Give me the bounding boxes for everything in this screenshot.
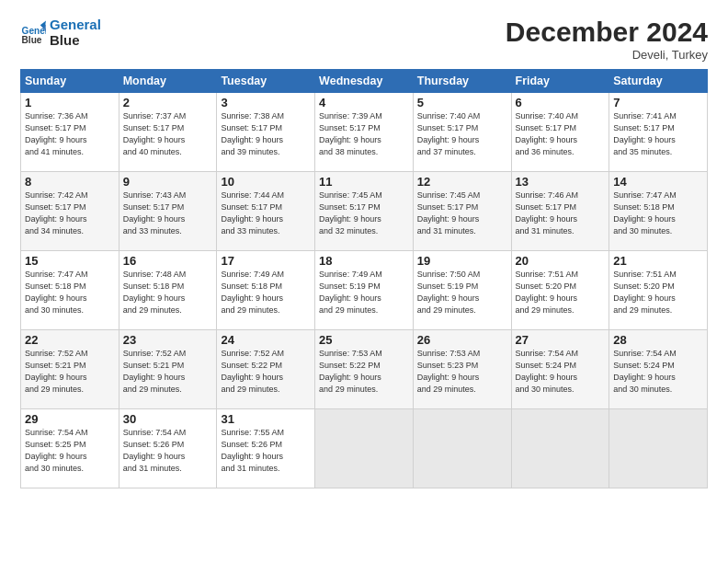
day-info: Sunrise: 7:45 AMSunset: 5:17 PMDaylight:… bbox=[417, 190, 507, 237]
table-row: 3Sunrise: 7:38 AMSunset: 5:17 PMDaylight… bbox=[217, 93, 315, 172]
month-title: December 2024 bbox=[506, 17, 708, 47]
week-row-2: 8Sunrise: 7:42 AMSunset: 5:17 PMDaylight… bbox=[21, 172, 708, 251]
table-row: 25Sunrise: 7:53 AMSunset: 5:22 PMDayligh… bbox=[315, 330, 414, 409]
table-row bbox=[609, 409, 708, 488]
table-row: 16Sunrise: 7:48 AMSunset: 5:18 PMDayligh… bbox=[119, 251, 217, 330]
day-info: Sunrise: 7:54 AMSunset: 5:24 PMDaylight:… bbox=[613, 348, 703, 396]
day-info: Sunrise: 7:43 AMSunset: 5:17 PMDaylight:… bbox=[123, 190, 213, 237]
day-info: Sunrise: 7:40 AMSunset: 5:17 PMDaylight:… bbox=[417, 110, 507, 158]
day-info: Sunrise: 7:44 AMSunset: 5:17 PMDaylight:… bbox=[221, 190, 311, 237]
day-number: 15 bbox=[25, 254, 115, 268]
table-row: 15Sunrise: 7:47 AMSunset: 5:18 PMDayligh… bbox=[21, 251, 119, 330]
table-row: 7Sunrise: 7:41 AMSunset: 5:17 PMDaylight… bbox=[609, 93, 708, 172]
day-info: Sunrise: 7:48 AMSunset: 5:18 PMDaylight:… bbox=[123, 269, 213, 316]
day-number: 11 bbox=[319, 175, 409, 189]
day-number: 22 bbox=[25, 333, 115, 347]
day-number: 19 bbox=[417, 254, 507, 268]
table-row: 17Sunrise: 7:49 AMSunset: 5:18 PMDayligh… bbox=[217, 251, 315, 330]
day-number: 2 bbox=[123, 96, 213, 109]
col-friday: Friday bbox=[511, 70, 609, 93]
week-row-1: 1Sunrise: 7:36 AMSunset: 5:17 PMDaylight… bbox=[21, 93, 708, 172]
day-number: 31 bbox=[221, 412, 311, 426]
day-number: 28 bbox=[613, 333, 703, 347]
day-info: Sunrise: 7:47 AMSunset: 5:18 PMDaylight:… bbox=[613, 190, 703, 237]
table-row: 27Sunrise: 7:54 AMSunset: 5:24 PMDayligh… bbox=[511, 330, 609, 409]
table-row: 21Sunrise: 7:51 AMSunset: 5:20 PMDayligh… bbox=[609, 251, 708, 330]
location: Develi, Turkey bbox=[506, 48, 708, 62]
table-row: 19Sunrise: 7:50 AMSunset: 5:19 PMDayligh… bbox=[413, 251, 511, 330]
table-row: 14Sunrise: 7:47 AMSunset: 5:18 PMDayligh… bbox=[609, 172, 708, 251]
day-number: 12 bbox=[417, 175, 507, 189]
table-row: 1Sunrise: 7:36 AMSunset: 5:17 PMDaylight… bbox=[21, 93, 119, 172]
day-info: Sunrise: 7:45 AMSunset: 5:17 PMDaylight:… bbox=[319, 190, 409, 237]
day-number: 30 bbox=[123, 412, 213, 426]
day-number: 16 bbox=[123, 254, 213, 268]
table-row bbox=[413, 409, 511, 488]
day-number: 24 bbox=[221, 333, 311, 347]
col-monday: Monday bbox=[119, 70, 217, 93]
table-row: 28Sunrise: 7:54 AMSunset: 5:24 PMDayligh… bbox=[609, 330, 708, 409]
table-row: 9Sunrise: 7:43 AMSunset: 5:17 PMDaylight… bbox=[119, 172, 217, 251]
day-info: Sunrise: 7:54 AMSunset: 5:24 PMDaylight:… bbox=[516, 348, 606, 396]
day-number: 8 bbox=[25, 175, 115, 189]
table-row: 2Sunrise: 7:37 AMSunset: 5:17 PMDaylight… bbox=[119, 93, 217, 172]
day-info: Sunrise: 7:47 AMSunset: 5:18 PMDaylight:… bbox=[25, 269, 115, 316]
logo-line1: General bbox=[50, 17, 101, 32]
table-row: 30Sunrise: 7:54 AMSunset: 5:26 PMDayligh… bbox=[119, 409, 217, 488]
calendar-header-row: Sunday Monday Tuesday Wednesday Thursday… bbox=[21, 70, 708, 93]
table-row: 6Sunrise: 7:40 AMSunset: 5:17 PMDaylight… bbox=[511, 93, 609, 172]
day-number: 7 bbox=[613, 96, 703, 109]
week-row-5: 29Sunrise: 7:54 AMSunset: 5:25 PMDayligh… bbox=[21, 409, 708, 488]
day-info: Sunrise: 7:51 AMSunset: 5:20 PMDaylight:… bbox=[613, 269, 703, 316]
svg-text:Blue: Blue bbox=[22, 35, 42, 45]
day-info: Sunrise: 7:39 AMSunset: 5:17 PMDaylight:… bbox=[319, 110, 409, 158]
table-row bbox=[511, 409, 609, 488]
logo-line2: Blue bbox=[50, 32, 101, 48]
day-info: Sunrise: 7:46 AMSunset: 5:17 PMDaylight:… bbox=[516, 190, 606, 237]
day-number: 27 bbox=[516, 333, 606, 347]
day-info: Sunrise: 7:51 AMSunset: 5:20 PMDaylight:… bbox=[516, 269, 606, 316]
col-thursday: Thursday bbox=[413, 70, 511, 93]
day-info: Sunrise: 7:55 AMSunset: 5:26 PMDaylight:… bbox=[221, 427, 311, 475]
day-info: Sunrise: 7:49 AMSunset: 5:18 PMDaylight:… bbox=[221, 269, 311, 316]
day-info: Sunrise: 7:54 AMSunset: 5:26 PMDaylight:… bbox=[123, 427, 213, 475]
day-number: 4 bbox=[319, 96, 409, 109]
table-row: 12Sunrise: 7:45 AMSunset: 5:17 PMDayligh… bbox=[413, 172, 511, 251]
day-number: 5 bbox=[417, 96, 507, 109]
day-number: 17 bbox=[221, 254, 311, 268]
day-number: 29 bbox=[25, 412, 115, 426]
table-row: 5Sunrise: 7:40 AMSunset: 5:17 PMDaylight… bbox=[413, 93, 511, 172]
col-sunday: Sunday bbox=[21, 70, 119, 93]
day-info: Sunrise: 7:52 AMSunset: 5:21 PMDaylight:… bbox=[123, 348, 213, 396]
table-row: 8Sunrise: 7:42 AMSunset: 5:17 PMDaylight… bbox=[21, 172, 119, 251]
day-number: 21 bbox=[613, 254, 703, 268]
day-info: Sunrise: 7:52 AMSunset: 5:22 PMDaylight:… bbox=[221, 348, 311, 396]
day-number: 10 bbox=[221, 175, 311, 189]
week-row-3: 15Sunrise: 7:47 AMSunset: 5:18 PMDayligh… bbox=[21, 251, 708, 330]
title-block: December 2024 Develi, Turkey bbox=[506, 17, 708, 62]
day-info: Sunrise: 7:37 AMSunset: 5:17 PMDaylight:… bbox=[123, 110, 213, 158]
calendar-table: Sunday Monday Tuesday Wednesday Thursday… bbox=[20, 69, 708, 488]
day-number: 20 bbox=[516, 254, 606, 268]
day-info: Sunrise: 7:53 AMSunset: 5:22 PMDaylight:… bbox=[319, 348, 409, 396]
logo-icon: General Blue bbox=[20, 19, 46, 45]
table-row: 31Sunrise: 7:55 AMSunset: 5:26 PMDayligh… bbox=[217, 409, 315, 488]
day-info: Sunrise: 7:40 AMSunset: 5:17 PMDaylight:… bbox=[516, 110, 606, 158]
table-row: 10Sunrise: 7:44 AMSunset: 5:17 PMDayligh… bbox=[217, 172, 315, 251]
col-wednesday: Wednesday bbox=[315, 70, 414, 93]
day-number: 9 bbox=[123, 175, 213, 189]
day-info: Sunrise: 7:52 AMSunset: 5:21 PMDaylight:… bbox=[25, 348, 115, 396]
day-number: 13 bbox=[516, 175, 606, 189]
logo: General Blue General Blue bbox=[20, 17, 101, 49]
day-info: Sunrise: 7:36 AMSunset: 5:17 PMDaylight:… bbox=[25, 110, 115, 158]
calendar-page: General Blue General Blue December 2024 … bbox=[0, 0, 728, 563]
col-tuesday: Tuesday bbox=[217, 70, 315, 93]
table-row: 13Sunrise: 7:46 AMSunset: 5:17 PMDayligh… bbox=[511, 172, 609, 251]
day-info: Sunrise: 7:54 AMSunset: 5:25 PMDaylight:… bbox=[25, 427, 115, 475]
day-number: 14 bbox=[613, 175, 703, 189]
table-row: 18Sunrise: 7:49 AMSunset: 5:19 PMDayligh… bbox=[315, 251, 414, 330]
day-info: Sunrise: 7:41 AMSunset: 5:17 PMDaylight:… bbox=[613, 110, 703, 158]
header: General Blue General Blue December 2024 … bbox=[20, 17, 708, 62]
day-number: 6 bbox=[516, 96, 606, 109]
col-saturday: Saturday bbox=[609, 70, 708, 93]
